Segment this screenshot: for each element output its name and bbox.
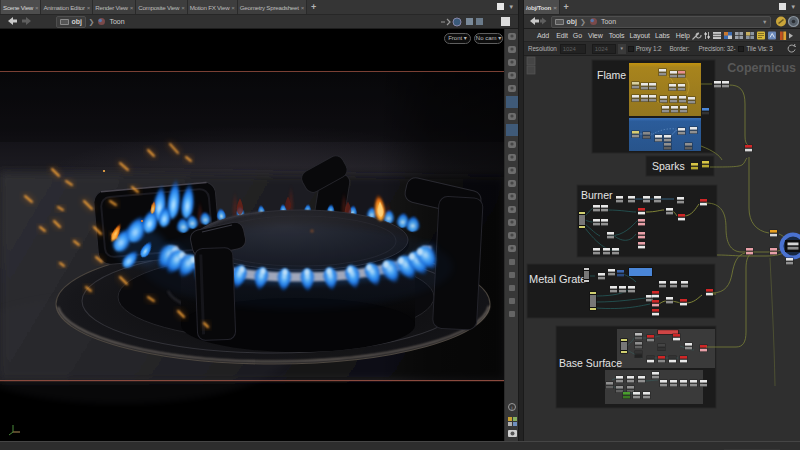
svg-text:i: i — [511, 405, 512, 411]
svg-text:Base Surface: Base Surface — [559, 357, 622, 369]
svg-text:Copernicus: Copernicus — [727, 61, 796, 75]
svg-text:Flame: Flame — [597, 69, 626, 81]
svg-text:Burner: Burner — [581, 189, 613, 201]
svg-text:Metal Grate: Metal Grate — [529, 273, 586, 285]
svg-text:Sparks: Sparks — [652, 160, 685, 172]
